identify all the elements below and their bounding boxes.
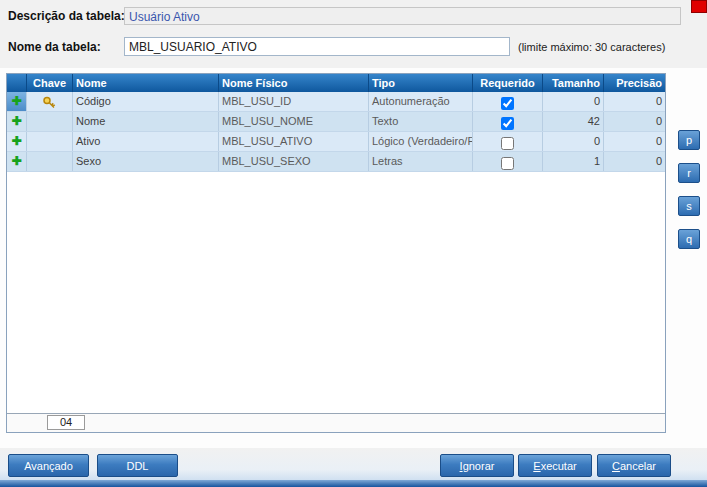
primary-key-icon (42, 96, 57, 110)
cell-requerido (473, 112, 543, 131)
grid-header-row: Chave Nome Nome Físico Tipo Requerido Ta… (7, 74, 665, 92)
cell-requerido (473, 132, 543, 151)
table-name-input[interactable] (124, 37, 510, 56)
table-description-field[interactable]: Usuário Ativo (124, 7, 681, 25)
row-selector-cell[interactable]: ✚ (7, 112, 27, 131)
cell-fisico[interactable]: MBL_USU_ATIVO (219, 132, 369, 151)
column-header-fisico[interactable]: Nome Físico (219, 74, 369, 92)
cell-tamanho[interactable]: 42 (543, 112, 604, 131)
grid-empty-area (7, 172, 665, 413)
add-row-icon: ✚ (11, 114, 21, 128)
cell-tamanho[interactable]: 0 (543, 132, 604, 151)
row-selector-cell[interactable]: ✚ (7, 152, 27, 171)
column-header-add (7, 74, 27, 92)
cell-nome[interactable]: Código (73, 92, 219, 111)
table-editor-window: Descrição da tabela: Usuário Ativo Nome … (0, 0, 707, 487)
cell-precisao[interactable]: 0 (604, 92, 665, 111)
required-checkbox[interactable] (501, 117, 514, 130)
cell-requerido (473, 92, 543, 111)
add-row-icon: ✚ (11, 94, 21, 108)
cell-requerido (473, 152, 543, 171)
cell-nome[interactable]: Sexo (73, 152, 219, 171)
table-row[interactable]: ✚ Ativo MBL_USU_ATIVO Lógico (Verdadeiro… (7, 132, 665, 152)
column-header-precisao[interactable]: Precisão (604, 74, 665, 92)
fields-grid: Chave Nome Nome Físico Tipo Requerido Ta… (6, 73, 666, 433)
side-button-p[interactable]: p (678, 130, 700, 150)
executar-button[interactable]: Executar (518, 454, 592, 477)
table-row[interactable]: ✚ Código MBL_USU_ID Autonumeração 0 0 (7, 92, 665, 112)
table-row[interactable]: ✚ Nome MBL_USU_NOME Texto 42 0 (7, 112, 665, 132)
required-checkbox[interactable] (501, 137, 514, 150)
cell-nome[interactable]: Nome (73, 112, 219, 131)
table-description-label: Descrição da tabela: (8, 9, 125, 23)
column-header-requerido[interactable]: Requerido (473, 74, 543, 92)
cell-precisao[interactable]: 0 (604, 152, 665, 171)
cell-nome[interactable]: Ativo (73, 132, 219, 151)
cancelar-button[interactable]: Cancelar (597, 454, 671, 477)
record-indicator: 04 (47, 415, 85, 430)
side-button-q[interactable]: q (678, 229, 700, 249)
grid-record-bar: 04 (7, 413, 665, 432)
table-row[interactable]: ✚ Sexo MBL_USU_SEXO Letras 1 0 (7, 152, 665, 172)
ddl-button[interactable]: DDL (97, 454, 178, 477)
required-checkbox[interactable] (501, 97, 514, 110)
side-button-s[interactable]: s (678, 196, 700, 216)
max-length-note: (limite máximo: 30 caracteres) (518, 41, 665, 53)
add-row-icon: ✚ (11, 134, 21, 148)
close-button[interactable] (691, 0, 707, 13)
cell-fisico[interactable]: MBL_USU_SEXO (219, 152, 369, 171)
key-cell (27, 152, 73, 171)
bottom-gradient-strip (0, 480, 707, 487)
column-header-tamanho[interactable]: Tamanho (543, 74, 604, 92)
ignorar-button[interactable]: Ignorar (440, 454, 514, 477)
key-cell (27, 112, 73, 131)
add-row-icon: ✚ (11, 154, 21, 168)
cell-tipo[interactable]: Letras (369, 152, 473, 171)
cell-precisao[interactable]: 0 (604, 132, 665, 151)
column-header-chave[interactable]: Chave (27, 74, 73, 92)
cell-fisico[interactable]: MBL_USU_ID (219, 92, 369, 111)
row-selector-cell[interactable]: ✚ (7, 92, 27, 111)
key-cell (27, 132, 73, 151)
cell-tipo[interactable]: Autonumeração (369, 92, 473, 111)
required-checkbox[interactable] (501, 157, 514, 170)
avancado-button[interactable]: Avançado (8, 454, 89, 477)
cell-tamanho[interactable]: 0 (543, 92, 604, 111)
row-selector-cell[interactable]: ✚ (7, 132, 27, 151)
cell-precisao[interactable]: 0 (604, 112, 665, 131)
column-header-nome[interactable]: Nome (73, 74, 219, 92)
cell-tipo[interactable]: Texto (369, 112, 473, 131)
cell-fisico[interactable]: MBL_USU_NOME (219, 112, 369, 131)
cell-tamanho[interactable]: 1 (543, 152, 604, 171)
cell-tipo[interactable]: Lógico (Verdadeiro/F. (369, 132, 473, 151)
key-cell (27, 92, 73, 111)
side-button-r[interactable]: r (678, 163, 700, 183)
table-name-label: Nome da tabela: (8, 40, 101, 54)
column-header-tipo[interactable]: Tipo (369, 74, 473, 92)
